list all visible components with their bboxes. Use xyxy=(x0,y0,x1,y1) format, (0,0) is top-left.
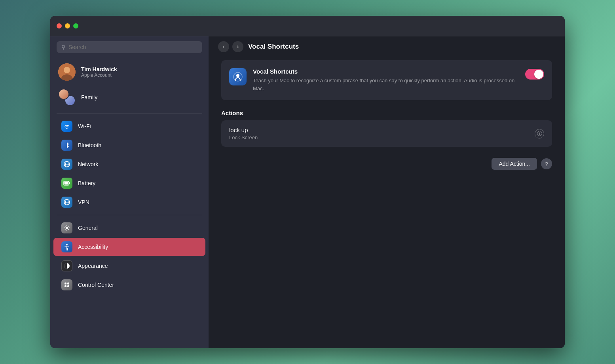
sidebar-item-accessibility[interactable]: Accessibility xyxy=(53,238,205,256)
sidebar-item-vpn-label: VPN xyxy=(78,199,89,205)
sidebar-item-general-label: General xyxy=(78,225,98,231)
window-content: ⚲ Tim Hardwick Apple Account xyxy=(50,36,565,348)
svg-point-1 xyxy=(64,67,70,73)
maximize-button[interactable] xyxy=(73,23,78,28)
search-icon: ⚲ xyxy=(61,44,65,50)
battery-icon xyxy=(61,178,72,189)
sidebar-item-bluetooth[interactable]: Bluetooth xyxy=(53,136,205,154)
sidebar-item-general[interactable]: General xyxy=(53,219,205,237)
nav-bar: ‹ › Vocal Shortcuts xyxy=(209,36,565,57)
sidebar-item-accessibility-label: Accessibility xyxy=(78,244,108,250)
svg-point-13 xyxy=(66,244,68,246)
sidebar: ⚲ Tim Hardwick Apple Account xyxy=(50,36,209,348)
accessibility-icon xyxy=(61,241,72,252)
sidebar-item-appearance-label: Appearance xyxy=(78,263,108,269)
wifi-icon xyxy=(61,121,72,132)
main-body: Vocal Shortcuts Teach your Mac to recogn… xyxy=(209,57,565,182)
user-subtitle: Apple Account xyxy=(81,72,117,78)
sidebar-item-wifi[interactable]: Wi-Fi xyxy=(53,117,205,135)
feature-title: Vocal Shortcuts xyxy=(253,68,519,75)
sidebar-item-network-label: Network xyxy=(78,161,98,167)
feature-info: Vocal Shortcuts Teach your Mac to recogn… xyxy=(253,68,519,92)
action-info: lock up Lock Screen xyxy=(229,127,258,140)
family-label: Family xyxy=(81,94,97,100)
divider-2 xyxy=(57,215,202,215)
sidebar-item-vpn[interactable]: VPN xyxy=(53,193,205,211)
search-bar[interactable]: ⚲ xyxy=(57,41,202,53)
vocal-shortcuts-toggle[interactable] xyxy=(525,69,544,80)
action-name: Lock Screen xyxy=(229,135,258,140)
vocal-shortcuts-icon xyxy=(229,68,247,85)
user-name: Tim Hardwick xyxy=(81,66,117,72)
sidebar-item-control-center[interactable]: Control Center xyxy=(53,276,205,294)
appearance-icon xyxy=(61,260,72,271)
close-button[interactable] xyxy=(57,23,62,28)
sidebar-item-appearance[interactable]: Appearance xyxy=(53,257,205,275)
user-info: Tim Hardwick Apple Account xyxy=(81,66,117,78)
sidebar-item-battery-label: Battery xyxy=(78,180,95,186)
sidebar-item-bluetooth-label: Bluetooth xyxy=(78,142,101,148)
sidebar-item-control-center-label: Control Center xyxy=(78,282,114,288)
action-info-button[interactable]: ⓘ xyxy=(535,129,544,138)
vpn-icon xyxy=(61,197,72,208)
help-button[interactable]: ? xyxy=(541,158,552,169)
divider-1 xyxy=(57,113,202,114)
svg-point-19 xyxy=(236,74,239,77)
control-center-icon xyxy=(61,279,72,290)
search-input[interactable] xyxy=(68,44,197,50)
svg-rect-18 xyxy=(67,285,69,287)
vocal-shortcuts-card: Vocal Shortcuts Teach your Mac to recogn… xyxy=(221,60,552,100)
forward-button[interactable]: › xyxy=(232,41,243,52)
network-icon xyxy=(61,159,72,170)
sidebar-item-family[interactable]: Family xyxy=(50,85,209,110)
svg-rect-7 xyxy=(69,182,70,184)
actions-section: Actions lock up Lock Screen ⓘ xyxy=(221,110,552,147)
main-window: ⚲ Tim Hardwick Apple Account xyxy=(50,16,565,348)
action-phrase: lock up xyxy=(229,127,258,133)
toggle-knob xyxy=(534,70,543,79)
avatar xyxy=(58,63,76,81)
minimize-button[interactable] xyxy=(65,23,70,28)
svg-rect-16 xyxy=(67,282,69,284)
family-avatars xyxy=(58,89,76,106)
svg-point-12 xyxy=(66,227,68,229)
back-button[interactable]: ‹ xyxy=(218,41,229,52)
bluetooth-icon xyxy=(61,140,72,151)
sidebar-item-network[interactable]: Network xyxy=(53,155,205,173)
svg-rect-8 xyxy=(65,182,68,185)
family-avatar-1 xyxy=(58,89,69,100)
main-content: ‹ › Vocal Shortcuts Vocal Shortcuts xyxy=(209,36,565,348)
feature-description: Teach your Mac to recognize a custom phr… xyxy=(253,77,519,92)
add-action-button[interactable]: Add Action... xyxy=(492,158,537,170)
traffic-lights xyxy=(57,23,78,28)
page-title: Vocal Shortcuts xyxy=(248,43,299,51)
svg-rect-15 xyxy=(65,282,66,284)
actions-section-title: Actions xyxy=(221,110,552,116)
sidebar-item-battery[interactable]: Battery xyxy=(53,174,205,192)
sidebar-item-wifi-label: Wi-Fi xyxy=(78,123,91,129)
user-section[interactable]: Tim Hardwick Apple Account xyxy=(50,59,209,85)
titlebar xyxy=(50,16,565,36)
action-item: lock up Lock Screen ⓘ xyxy=(221,120,552,147)
bottom-actions: Add Action... ? xyxy=(221,156,552,170)
svg-rect-17 xyxy=(65,285,66,287)
general-icon xyxy=(61,222,72,233)
